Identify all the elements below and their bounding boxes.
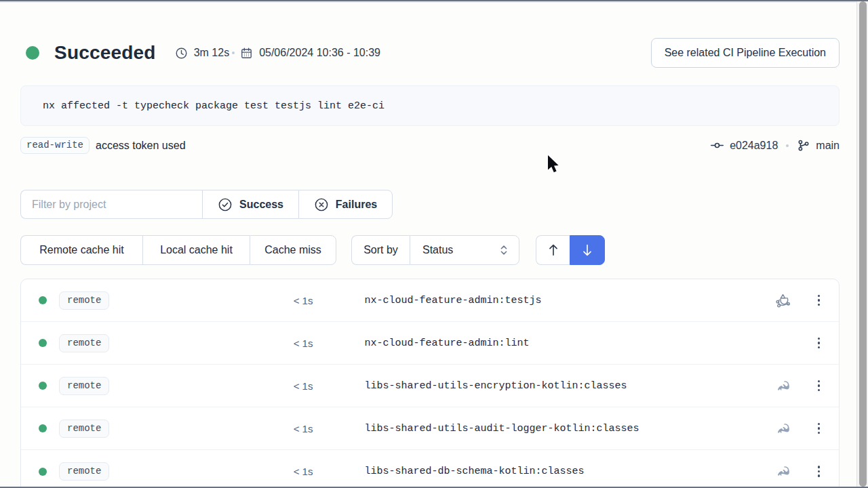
arrow-up-icon — [547, 243, 560, 258]
toolbar-row: Remote cache hit Local cache hit Cache m… — [20, 235, 840, 265]
page-title: Succeeded — [54, 42, 156, 64]
task-status-dot — [39, 296, 47, 304]
jest-icon — [774, 291, 792, 309]
success-filter-label: Success — [239, 199, 283, 211]
task-duration: < 1s — [109, 380, 313, 392]
task-name[interactable]: nx-cloud-feature-admin:testjs — [364, 295, 541, 306]
arrow-down-icon — [580, 243, 594, 258]
task-duration: < 1s — [109, 423, 313, 434]
task-status-dot — [39, 424, 47, 432]
task-status-dot — [39, 382, 47, 390]
cache-miss-button[interactable]: Cache miss — [250, 235, 336, 265]
sort-descending-button[interactable] — [570, 235, 605, 265]
sort-group: Sort by Status — [351, 235, 519, 265]
gradle-icon — [774, 420, 792, 437]
task-row[interactable]: remote < 1s libs-shared-utils-encryption… — [21, 365, 839, 407]
duration-meta: 3m 12s — [175, 47, 229, 60]
task-status-dot — [39, 468, 47, 476]
success-filter-button[interactable]: Success — [202, 190, 298, 219]
sort-select-value: Status — [422, 244, 453, 256]
dot-separator — [786, 144, 789, 147]
task-row-actions — [774, 291, 825, 309]
run-header: Succeeded 3m 12s 05/06/2024 10:36 - 10:3… — [20, 37, 840, 69]
task-duration: < 1s — [109, 338, 313, 349]
task-name[interactable]: libs-shared-db-schema-kotlin:classes — [364, 466, 584, 477]
task-row-actions — [774, 420, 825, 437]
commit-hash[interactable]: e024a918 — [730, 140, 778, 152]
chevron-updown-icon — [498, 244, 509, 256]
access-token-badge: read-write — [20, 137, 90, 154]
task-row-actions — [774, 463, 825, 481]
failures-filter-button[interactable]: Failures — [298, 190, 393, 219]
filter-row: Success Failures — [20, 190, 840, 219]
date-range-text: 05/06/2024 10:36 - 10:39 — [259, 47, 380, 59]
task-list: remote < 1s nx-cloud-feature-admin:testj… — [20, 279, 840, 488]
x-circle-icon — [314, 197, 329, 212]
tool-icon-empty — [774, 334, 792, 352]
cache-source-badge: remote — [59, 377, 109, 395]
task-row[interactable]: remote < 1s nx-cloud-feature-admin:lint — [21, 322, 839, 365]
task-row[interactable]: remote < 1s libs-shared-utils-audit-logg… — [21, 407, 839, 450]
branch-icon — [797, 139, 810, 152]
task-duration: < 1s — [109, 295, 313, 306]
failures-filter-label: Failures — [336, 199, 377, 211]
row-menu-button[interactable] — [814, 335, 825, 352]
sort-direction-group — [536, 235, 605, 265]
page-content: Succeeded 3m 12s 05/06/2024 10:36 - 10:3… — [20, 37, 840, 488]
date-meta: 05/06/2024 10:36 - 10:39 — [240, 47, 380, 60]
top-accent-line — [0, 1, 868, 3]
branch-name[interactable]: main — [816, 140, 840, 152]
scrollbar-track[interactable] — [856, 1, 868, 487]
gradle-icon — [774, 463, 792, 481]
cache-source-badge: remote — [59, 291, 109, 310]
sort-by-label: Sort by — [351, 235, 410, 265]
project-filter-input[interactable] — [20, 190, 202, 219]
task-name[interactable]: libs-shared-utils-encryption-kotlin:clas… — [364, 380, 627, 392]
task-name[interactable]: nx-cloud-feature-admin:lint — [364, 338, 529, 349]
task-row[interactable]: remote < 1s nx-cloud-feature-admin:testj… — [21, 279, 839, 322]
related-pipeline-button[interactable]: See related CI Pipeline Execution — [651, 38, 840, 68]
commit-icon — [710, 138, 724, 152]
local-cache-hit-button[interactable]: Local cache hit — [142, 235, 250, 265]
task-status-dot — [39, 339, 47, 347]
task-row-actions — [774, 377, 825, 394]
vcs-info: e024a918 main — [710, 138, 840, 152]
command-text: nx affected -t typecheck package test te… — [43, 100, 384, 112]
check-circle-icon — [218, 197, 233, 212]
task-name[interactable]: libs-shared-utils-audit-logger-kotlin:cl… — [364, 423, 639, 434]
token-row: read-write access token used e024a918 ma… — [20, 137, 840, 154]
sort-select[interactable]: Status — [410, 235, 519, 265]
dot-separator — [232, 52, 235, 54]
status-dot — [26, 46, 39, 60]
scrollbar-thumb[interactable] — [859, 1, 867, 487]
cache-source-badge: remote — [59, 420, 109, 438]
row-menu-button[interactable] — [814, 378, 825, 394]
row-menu-button[interactable] — [814, 292, 825, 309]
task-row-actions — [774, 334, 825, 352]
sort-ascending-button[interactable] — [536, 235, 570, 265]
cache-filter-group: Remote cache hit Local cache hit Cache m… — [20, 235, 336, 265]
task-row[interactable]: remote < 1s libs-shared-db-schema-kotlin… — [21, 450, 839, 488]
cache-source-badge: remote — [59, 462, 109, 481]
cache-source-badge: remote — [59, 334, 109, 352]
calendar-icon — [240, 47, 253, 60]
command-box: nx affected -t typecheck package test te… — [20, 85, 840, 126]
remote-cache-hit-button[interactable]: Remote cache hit — [20, 235, 142, 265]
row-menu-button[interactable] — [814, 463, 825, 480]
task-duration: < 1s — [109, 466, 313, 477]
duration-text: 3m 12s — [194, 47, 229, 59]
row-menu-button[interactable] — [814, 420, 825, 437]
clock-icon — [175, 47, 188, 60]
gradle-icon — [774, 377, 792, 394]
access-token-text: access token used — [96, 140, 186, 152]
